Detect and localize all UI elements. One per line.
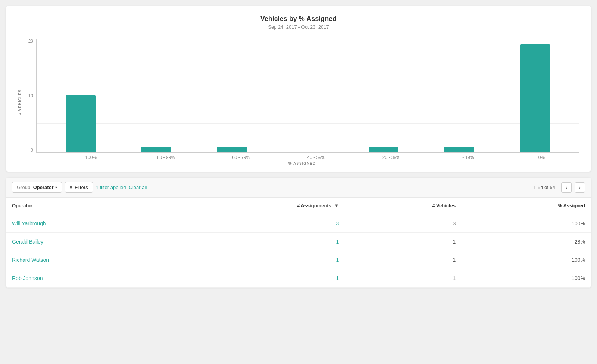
next-page-button[interactable]: › — [575, 182, 585, 193]
chart-title: Vehicles by % Assigned — [18, 15, 579, 23]
vehicles-value: 1 — [345, 251, 462, 269]
chart-subtitle: Sep 24, 2017 - Oct 23, 2017 — [18, 24, 579, 30]
col-header-operator: Operator — [6, 198, 167, 214]
y-tick-10: 10 — [25, 94, 33, 98]
percent-assigned-value: 100% — [462, 269, 591, 288]
chevron-down-icon: ▾ — [55, 185, 57, 189]
bar-group-5 — [422, 39, 497, 152]
x-axis-labels: 100%80 - 99%60 - 79%40 - 59%20 - 39%1 - … — [25, 153, 579, 160]
y-tick-0: 0 — [25, 148, 33, 153]
table-row: Rob Johnson11100% — [6, 269, 591, 288]
data-table: Operator # Assignments ▼ # Vehicles % As… — [6, 198, 591, 288]
bar-1 — [141, 147, 171, 152]
x-label-2: 60 - 79% — [204, 153, 279, 160]
prev-page-button[interactable]: ‹ — [561, 182, 572, 193]
percent-assigned-value: 100% — [462, 251, 591, 269]
table-row: Gerald Bailey1128% — [6, 233, 591, 251]
chart-card: Vehicles by % Assigned Sep 24, 2017 - Oc… — [6, 6, 591, 172]
bar-group-3 — [270, 39, 346, 152]
col-header-vehicles: # Vehicles — [345, 198, 462, 214]
vehicles-value: 3 — [345, 214, 462, 233]
operator-link[interactable]: Rob Johnson — [6, 269, 167, 288]
bar-group-1 — [118, 39, 194, 152]
operator-link[interactable]: Richard Watson — [6, 251, 167, 269]
bar-2 — [217, 147, 247, 152]
filters-label: Filters — [75, 185, 88, 190]
x-label-4: 20 - 39% — [354, 153, 429, 160]
vehicles-value: 1 — [345, 269, 462, 288]
bar-group-2 — [194, 39, 270, 152]
toolbar: Group: Operator ▾ ≡ Filters 1 filter app… — [6, 178, 591, 198]
assignments-value[interactable]: 1 — [167, 269, 345, 288]
x-label-0: 100% — [53, 153, 128, 160]
chart-with-yticks: 20 10 0 — [25, 39, 579, 153]
pagination-info: 1-54 of 54 — [533, 185, 555, 190]
filter-applied-text: 1 filter applied — [96, 185, 126, 190]
y-tick-20: 20 — [25, 39, 33, 43]
bar-0 — [66, 95, 96, 152]
x-axis-title: % ASSIGNED — [25, 161, 579, 166]
x-label-5: 1 - 19% — [429, 153, 504, 160]
operator-link[interactable]: Will Yarbrough — [6, 214, 167, 233]
filter-icon: ≡ — [70, 185, 73, 190]
bars-row — [36, 39, 579, 153]
y-ticks-labels: 20 10 0 — [25, 39, 36, 153]
bar-group-6 — [497, 39, 573, 152]
x-label-1: 80 - 99% — [128, 153, 203, 160]
assignments-value[interactable]: 1 — [167, 251, 345, 269]
sort-icon: ▼ — [334, 203, 339, 208]
bar-group-4 — [346, 39, 422, 152]
bar-group-0 — [43, 39, 118, 152]
assignments-value[interactable]: 3 — [167, 214, 345, 233]
operator-link[interactable]: Gerald Bailey — [6, 233, 167, 251]
table-row: Will Yarbrough33100% — [6, 214, 591, 233]
x-label-6: 0% — [504, 153, 579, 160]
filters-button[interactable]: ≡ Filters — [65, 182, 93, 193]
table-section: Group: Operator ▾ ≡ Filters 1 filter app… — [6, 178, 591, 288]
clear-all-button[interactable]: Clear all — [129, 185, 147, 190]
chart-inner: 20 10 0 100%80 - 99%60 - 79%40 - 59%20 -… — [25, 39, 579, 166]
group-value: Operator — [33, 185, 54, 190]
vehicles-value: 1 — [345, 233, 462, 251]
chart-area: # VEHICLES 20 10 0 100%80 - 99%60 - 79%4… — [18, 39, 579, 166]
bar-4 — [369, 147, 398, 152]
assignments-value[interactable]: 1 — [167, 233, 345, 251]
group-operator-button[interactable]: Group: Operator ▾ — [12, 182, 62, 193]
col-header-assignments[interactable]: # Assignments ▼ — [167, 198, 345, 214]
table-header-row: Operator # Assignments ▼ # Vehicles % As… — [6, 198, 591, 214]
percent-assigned-value: 28% — [462, 233, 591, 251]
group-label: Group: — [17, 185, 32, 190]
col-header-percent-assigned: % Assigned — [462, 198, 591, 214]
table-row: Richard Watson11100% — [6, 251, 591, 269]
x-label-3: 40 - 59% — [279, 153, 354, 160]
bar-6 — [520, 44, 550, 152]
y-axis-label: # VEHICLES — [18, 39, 22, 166]
bar-5 — [444, 147, 474, 152]
percent-assigned-value: 100% — [462, 214, 591, 233]
